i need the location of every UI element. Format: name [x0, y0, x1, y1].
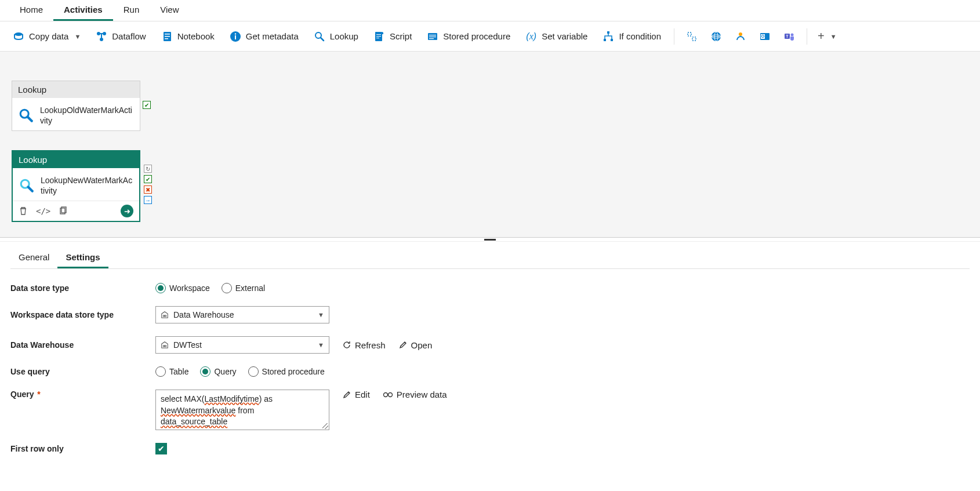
success-handle[interactable]: ✔ — [144, 175, 152, 183]
chevron-down-icon: ▼ — [318, 341, 324, 348]
variable-icon: (x) — [525, 31, 537, 42]
radio-external[interactable]: External — [222, 283, 265, 293]
prop-tab-settings[interactable]: Settings — [57, 248, 108, 268]
row-query: Query * select MAX(LastModifytime) as Ne… — [10, 390, 970, 430]
svg-rect-16 — [376, 38, 379, 38]
ribbon-if-condition[interactable]: If condition — [597, 28, 667, 45]
radio-query[interactable]: Query — [200, 366, 236, 377]
ribbon-web-icon[interactable] — [706, 28, 727, 45]
row-data-warehouse: Data Warehouse DWTest ▼ Refresh Open — [10, 336, 970, 354]
svg-rect-45 — [163, 345, 164, 347]
warehouse-icon — [161, 311, 169, 319]
activity-lookup-new-watermark[interactable]: Lookup LookupNewWaterMarkActivity </> ➜ — [12, 150, 140, 222]
tab-view[interactable]: View — [150, 0, 189, 21]
tab-home[interactable]: Home — [9, 0, 53, 21]
lookup-icon — [18, 107, 34, 123]
ribbon-stored-procedure-label: Stored procedure — [443, 31, 510, 41]
lookup-icon — [314, 31, 325, 42]
ribbon-stored-procedure[interactable]: Stored procedure — [421, 28, 516, 45]
ribbon-notebook[interactable]: Notebook — [155, 28, 220, 45]
svg-rect-15 — [376, 36, 381, 37]
ribbon-if-condition-label: If condition — [619, 31, 661, 41]
svg-rect-14 — [376, 34, 381, 35]
svg-text:O: O — [761, 34, 765, 38]
tab-activities[interactable]: Activities — [53, 0, 113, 21]
ribbon-add-more[interactable]: + ▼ — [814, 27, 840, 45]
activity-name: LookupOldWaterMarkActivity — [40, 105, 134, 126]
ribbon-copy-data[interactable]: Copy data ▼ — [7, 28, 86, 45]
copy-data-icon — [13, 31, 24, 42]
activity-lookup-old-watermark[interactable]: Lookup LookupOldWaterMarkActivity — [12, 81, 140, 131]
resize-grip[interactable] — [322, 423, 328, 429]
success-handle[interactable]: ✔ — [143, 101, 151, 109]
svg-point-2 — [103, 32, 106, 35]
activity-type-label: Lookup — [12, 81, 140, 98]
edit-icon — [342, 390, 351, 399]
svg-rect-9 — [235, 35, 236, 39]
ribbon-teams-icon[interactable]: T — [779, 28, 800, 45]
svg-line-40 — [28, 187, 32, 191]
tab-run[interactable]: Run — [113, 0, 150, 21]
completion-handle[interactable]: → — [144, 196, 152, 204]
delete-icon[interactable] — [19, 206, 28, 216]
ribbon-script[interactable]: Script — [368, 28, 418, 45]
properties-panel: General Settings Data store type Workspa… — [0, 242, 980, 490]
svg-point-48 — [388, 392, 392, 397]
ribbon-extra-1[interactable] — [681, 28, 702, 45]
pipeline-canvas[interactable]: Lookup LookupOldWaterMarkActivity ✔ Look… — [0, 52, 980, 237]
ribbon-webhook-icon[interactable] — [730, 28, 751, 45]
activity-name: LookupNewWaterMarkActivity — [41, 175, 133, 196]
refresh-icon — [342, 340, 351, 350]
row-first-row-only: First row only ✔ — [10, 443, 970, 454]
query-textarea[interactable]: select MAX(LastModifytime) as NewWaterma… — [155, 390, 329, 430]
ribbon-lookup[interactable]: Lookup — [308, 28, 364, 45]
ribbon-set-variable[interactable]: (x) Set variable — [520, 28, 593, 45]
stored-procedure-icon — [427, 31, 438, 42]
svg-line-38 — [28, 117, 32, 121]
fail-handle[interactable]: ✖ — [144, 186, 152, 194]
radio-stored-procedure[interactable]: Stored procedure — [248, 366, 325, 377]
ribbon-notebook-label: Notebook — [177, 31, 215, 41]
svg-rect-7 — [165, 38, 168, 39]
radio-table[interactable]: Table — [155, 366, 188, 377]
row-use-query: Use query Table Query Stored procedure — [10, 366, 970, 377]
select-data-warehouse[interactable]: DWTest ▼ — [155, 336, 329, 354]
run-icon[interactable]: ➜ — [121, 205, 133, 217]
svg-text:T: T — [786, 34, 789, 38]
ribbon-get-metadata[interactable]: Get metadata — [224, 28, 304, 45]
select-workspace-data-store-type[interactable]: Data Warehouse ▼ — [155, 306, 329, 323]
preview-data-link[interactable]: Preview data — [383, 390, 447, 399]
svg-rect-22 — [604, 39, 606, 41]
code-icon[interactable]: </> — [36, 206, 50, 216]
edit-query-link[interactable]: Edit — [342, 390, 370, 399]
label-query: Query * — [10, 390, 155, 399]
svg-point-0 — [14, 32, 23, 36]
if-condition-icon — [602, 31, 614, 42]
splitter-handle[interactable] — [0, 237, 980, 242]
svg-rect-23 — [611, 39, 613, 41]
row-data-store-type: Data store type Workspace External — [10, 283, 970, 293]
edit-label: Edit — [355, 390, 370, 399]
svg-point-36 — [790, 33, 793, 36]
open-link[interactable]: Open — [398, 340, 433, 350]
chevron-down-icon: ▼ — [74, 33, 81, 40]
ribbon-outlook-icon[interactable]: O — [754, 28, 775, 45]
svg-point-47 — [383, 392, 387, 397]
svg-rect-20 — [429, 38, 434, 39]
radio-workspace[interactable]: Workspace — [155, 283, 210, 293]
script-icon — [373, 31, 385, 42]
copy-icon[interactable] — [59, 206, 68, 216]
svg-rect-21 — [607, 31, 609, 34]
svg-rect-43 — [163, 315, 164, 317]
chevron-down-icon: ▼ — [318, 311, 324, 318]
checkbox-first-row-only[interactable]: ✔ — [155, 443, 167, 454]
svg-line-12 — [321, 38, 324, 41]
skip-handle[interactable]: ↻ — [144, 165, 152, 173]
refresh-link[interactable]: Refresh — [342, 340, 386, 350]
svg-rect-6 — [165, 36, 170, 37]
preview-label: Preview data — [397, 390, 447, 399]
open-label: Open — [411, 340, 433, 350]
prop-tab-general[interactable]: General — [10, 248, 57, 268]
ribbon-dataflow[interactable]: Dataflow — [90, 28, 151, 45]
radio-workspace-label: Workspace — [169, 283, 210, 293]
